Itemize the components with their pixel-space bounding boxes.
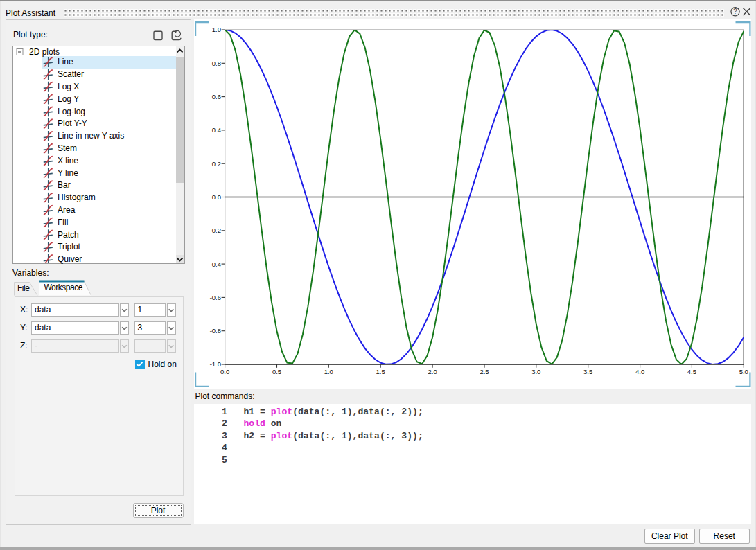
svg-text:?: ? [733, 8, 737, 15]
